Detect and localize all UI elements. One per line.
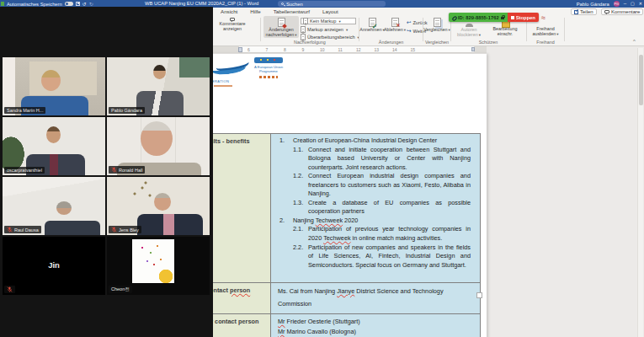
participant-nametag: Raul Dausa	[4, 226, 41, 233]
table-row-value: 1.Creation of European-China Industrial …	[270, 134, 480, 282]
lock-icon	[501, 15, 504, 19]
search-box[interactable]: Suchen	[278, 1, 386, 7]
account-avatar[interactable]: PG	[614, 1, 620, 7]
save-icon[interactable]	[76, 2, 80, 6]
vertical-scrollbar[interactable]	[637, 48, 643, 337]
track-changes-label: Änderungen nachverfolgen	[263, 28, 299, 38]
reject-button[interactable]: Ablehnen	[384, 16, 406, 33]
ruler-number: 12	[356, 47, 361, 52]
video-tile[interactable]: Jin	[3, 237, 105, 295]
ribbon-tab-layout[interactable]: Layout	[322, 8, 338, 14]
compare-icon	[434, 18, 441, 27]
markup-icon	[303, 18, 308, 24]
show-comments-label: Kommentare anzeigen	[210, 22, 254, 32]
accept-icon	[369, 18, 376, 27]
video-tile[interactable]: Cheon천	[107, 237, 210, 295]
redo-icon[interactable]	[89, 1, 93, 7]
share-button[interactable]: Teilen	[571, 8, 597, 15]
scrollbar-thumb[interactable]	[639, 55, 643, 105]
logo-text-fragment: ERATION	[212, 79, 229, 83]
participant-nametag: Ronald Hall	[109, 166, 145, 174]
indent-marker[interactable]	[238, 47, 242, 52]
group-label-protect: Schützen	[452, 40, 524, 45]
ribbon-group-changes: Annehmen Ablehnen ↩ Zurück ↪ Weiter Ände…	[360, 16, 422, 45]
table-row-value: Mr Frieder Oesterle (Stuttgart)Mr Marino…	[270, 314, 480, 337]
participant-nametag	[4, 286, 15, 293]
eu-logo-line2: Programme	[253, 69, 285, 73]
hide-ink-icon	[541, 18, 550, 26]
ribbon-tab-hilfe[interactable]: Hilfe	[250, 8, 260, 14]
screen: Automatisches Speichern WB UCAP Nanjing …	[0, 0, 644, 337]
comment-icon	[604, 10, 609, 13]
ruler-number: 11	[338, 47, 343, 52]
right-indent-marker[interactable]	[471, 47, 475, 51]
comments-button[interactable]: Kommentare	[601, 8, 643, 15]
minimize-button[interactable]	[624, 0, 626, 8]
participant-name: oscarpratvanthiel	[7, 168, 42, 173]
office-icon	[1, 2, 4, 6]
participant-name: Sandra Marín H...	[7, 108, 43, 113]
show-comments-button[interactable]: Kommentare anzeigen	[210, 16, 254, 32]
video-tile[interactable]: Sandra Marín H...	[3, 57, 105, 115]
maximize-button[interactable]	[631, 0, 635, 8]
participant-name: Pablo Gándara	[111, 108, 142, 113]
reject-label: Ablehnen	[384, 28, 406, 33]
muted-mic-icon	[111, 227, 117, 233]
eu-flag-bar	[254, 57, 283, 63]
accept-button[interactable]: Annehmen	[361, 16, 383, 33]
ribbon-tab-ansicht[interactable]: Ansicht	[221, 8, 237, 14]
show-markup-dropdown[interactable]: Markup anzeigen	[301, 26, 348, 33]
ribbon-group-compare: Vergleichen Vergleichen	[424, 16, 450, 45]
ruler-number: 13	[375, 47, 380, 52]
share-label: Teilen	[580, 9, 593, 14]
participant-name: Jens Bley	[119, 227, 139, 233]
video-tile[interactable]: Pablo Gándara	[107, 57, 210, 115]
close-button[interactable]	[639, 0, 642, 8]
show-markup-icon	[301, 26, 306, 33]
muted-mic-icon	[111, 167, 117, 173]
meeting-id-text: ID: 829-8855-1762	[458, 15, 499, 20]
ruler-number: 14	[392, 47, 397, 52]
collapse-ribbon-icon[interactable]: ^	[633, 39, 636, 44]
markup-display-dropdown[interactable]: Kein Markup	[301, 18, 356, 24]
participant-nametag: Cheon천	[109, 286, 132, 293]
autosave-toggle[interactable]	[65, 2, 73, 6]
zoom-share-bar: ID: 829-8855-1762 Stoppen	[449, 13, 539, 22]
ruler-number: 8	[284, 47, 286, 52]
video-tile[interactable]: oscarpratvanthiel	[3, 117, 105, 175]
comments-label: Kommentare	[611, 9, 640, 14]
table-row-value: Ms. Cai from Nanjing Jianye District Sci…	[270, 283, 480, 313]
participant-nametag: Sandra Marín H...	[4, 107, 45, 114]
show-comments-icon	[230, 18, 235, 21]
ruler-number: 6	[247, 47, 250, 52]
participant-name: Raul Dausa	[14, 227, 39, 233]
phone-icon	[452, 15, 456, 19]
stop-share-label: Stoppen	[516, 15, 535, 20]
ruler-number: 10	[320, 47, 325, 52]
restrict-editing-label: Bearbeitung einschr.	[487, 27, 523, 37]
video-conference-window[interactable]: Sandra Marín H...Pablo Gándaraoscarpratv…	[0, 7, 213, 337]
compare-label: Vergleichen	[423, 28, 450, 33]
video-tile[interactable]: Ronald Hall	[107, 117, 210, 175]
group-label-changes: Änderungen	[360, 40, 422, 45]
account-name[interactable]: Pablo Gándara	[577, 2, 609, 7]
eu-programme-logo: A European Union Programme	[253, 57, 285, 93]
search-label: Suchen	[286, 2, 303, 7]
meeting-id-badge: ID: 829-8855-1762	[449, 13, 508, 22]
table-resize-handle[interactable]	[476, 292, 482, 298]
reject-icon	[391, 18, 399, 27]
compare-button[interactable]: Vergleichen	[425, 16, 449, 33]
track-changes-button[interactable]: Änderungen nachverfolgen	[263, 16, 299, 38]
undo-icon[interactable]	[82, 1, 87, 7]
participant-name: Cheon천	[111, 286, 130, 292]
ruler-number: 7	[266, 47, 269, 52]
ribbon-group-comments: Kommentare anzeigen	[207, 16, 258, 45]
ribbon-tab-tabellenentwurf[interactable]: Tabellenentwurf	[274, 8, 310, 14]
participant-nametag: Jens Bley	[109, 226, 141, 233]
video-tile[interactable]: Jens Bley	[107, 177, 210, 235]
participant-nametag: oscarpratvanthiel	[4, 167, 45, 174]
stop-share-button[interactable]: Stoppen	[508, 13, 539, 22]
video-tile[interactable]: Raul Dausa	[3, 177, 105, 235]
eu-logo-cn-text	[259, 76, 278, 78]
autosave-label: Automatisches Speichern	[7, 2, 62, 7]
